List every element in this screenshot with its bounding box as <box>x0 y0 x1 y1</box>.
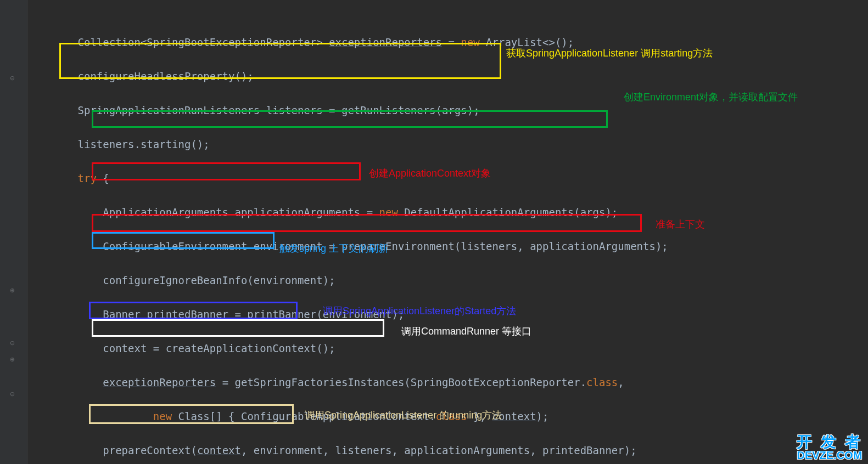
code-line: SpringApplicationRunListeners listeners … <box>27 102 868 119</box>
code-line: listeners.starting(); <box>27 136 868 153</box>
watermark: 开 发 者 DEVZE.COM <box>797 434 863 461</box>
code-line: ConfigurableEnvironment environment = pr… <box>27 238 868 255</box>
code-line: configureHeadlessProperty(); <box>27 68 868 85</box>
code-line: prepareContext(context, environment, lis… <box>27 442 868 459</box>
code-line: context = createApplicationContext(); <box>27 340 868 357</box>
code-line: Collection<SpringBootExceptionReporter> … <box>27 34 868 51</box>
code-line: new Class[] { ConfigurableApplicationCon… <box>27 408 868 425</box>
code-line: ApplicationArguments applicationArgument… <box>27 204 868 221</box>
fold-icon[interactable]: ⊖ <box>10 339 18 347</box>
code-line: try { <box>27 170 868 187</box>
code-editor[interactable]: Collection<SpringBootExceptionReporter> … <box>27 0 868 464</box>
code-line: Banner printedBanner = printBanner(envir… <box>27 306 868 323</box>
code-line: configureIgnoreBeanInfo(environment); <box>27 272 868 289</box>
editor-gutter: ⊖ ⊕ ⊖ ⊕ ⊖ <box>0 0 27 464</box>
fold-icon[interactable]: ⊕ <box>10 355 18 363</box>
fold-icon[interactable]: ⊕ <box>10 286 18 294</box>
fold-icon[interactable]: ⊖ <box>10 390 18 398</box>
code-line: exceptionReporters = getSpringFactoriesI… <box>27 374 868 391</box>
fold-icon[interactable]: ⊖ <box>10 74 18 82</box>
